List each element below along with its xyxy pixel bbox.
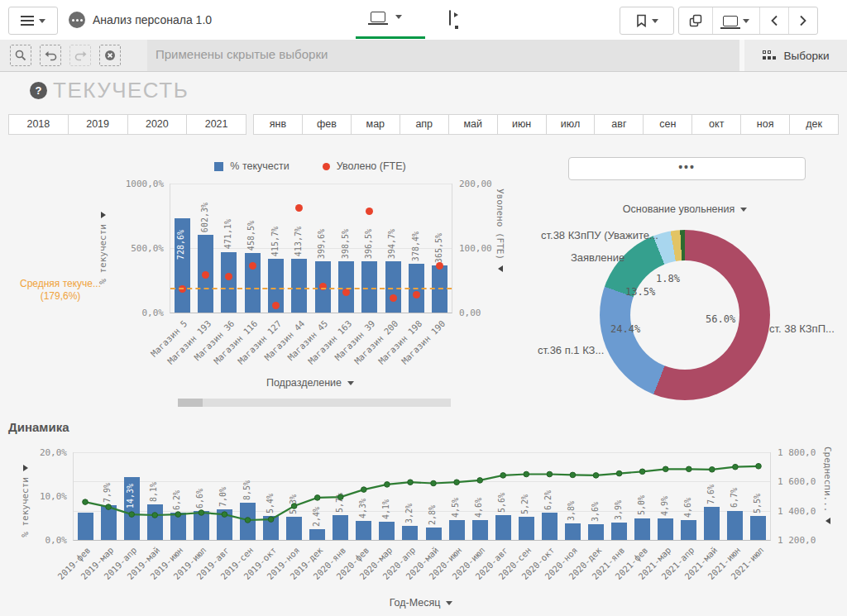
- bar-value-label: 602,3%: [200, 203, 209, 232]
- bar-value-label: 399,6%: [317, 229, 326, 259]
- line-point[interactable]: [710, 467, 715, 473]
- line-point[interactable]: [431, 480, 437, 486]
- month-filter-фев[interactable]: фев: [303, 115, 352, 134]
- y-axis-tick: 10,0%: [40, 491, 67, 502]
- line-point[interactable]: [756, 464, 762, 470]
- dimension-dropdown-god-mesyac[interactable]: Год-Месяц: [73, 597, 769, 609]
- legend-label: Уволено (FTE): [337, 160, 406, 172]
- line-point[interactable]: [639, 469, 645, 475]
- line-point[interactable]: [175, 512, 181, 518]
- bookmark-icon: [636, 14, 647, 27]
- bar-value-label: 396,5%: [364, 229, 373, 259]
- bar-Магазин 163[interactable]: [338, 261, 354, 313]
- duplicate-sheet-button[interactable]: [679, 7, 713, 34]
- line-point[interactable]: [616, 470, 622, 476]
- line-point[interactable]: [570, 472, 576, 478]
- headcount-line-series[interactable]: [74, 452, 770, 540]
- scrollbar-thumb[interactable]: [178, 399, 203, 407]
- collapse-axis-icon: [498, 265, 503, 272]
- line-point[interactable]: [477, 478, 483, 484]
- line-point[interactable]: [500, 473, 506, 479]
- month-filter-дек[interactable]: дек: [790, 115, 838, 134]
- donut-hole: [630, 260, 739, 370]
- month-filter-май[interactable]: май: [449, 115, 498, 134]
- month-filter-июн[interactable]: июн: [498, 115, 547, 134]
- current-sheet-button[interactable]: [713, 7, 760, 34]
- month-filter-окт[interactable]: окт: [692, 115, 741, 134]
- bookmark-button[interactable]: [620, 7, 674, 35]
- line-point[interactable]: [129, 512, 135, 518]
- line-point[interactable]: [245, 518, 251, 523]
- reference-line: [170, 288, 452, 289]
- month-filter-апр[interactable]: апр: [400, 115, 449, 134]
- line-point[interactable]: [593, 473, 599, 479]
- line-point[interactable]: [152, 513, 158, 518]
- search-icon: [15, 50, 26, 61]
- selection-message: Применены скрытые выборки: [156, 47, 328, 61]
- legend-item-fired[interactable]: Уволено (FTE): [323, 160, 406, 172]
- line-point[interactable]: [408, 480, 414, 485]
- undo-icon: [45, 50, 57, 61]
- help-button[interactable]: ?: [30, 82, 47, 99]
- previous-sheet-button[interactable]: [760, 7, 789, 34]
- line-point[interactable]: [361, 487, 367, 493]
- year-filter-2018[interactable]: 2018: [9, 115, 69, 134]
- chevron-left-icon: [770, 15, 778, 26]
- right-axis-title-group[interactable]: Среднеспи...: [822, 446, 833, 524]
- dimension-dropdown-podrazdelenie[interactable]: Подразделение: [170, 377, 451, 389]
- line-point[interactable]: [385, 482, 390, 488]
- selections-tool-button[interactable]: Выборки: [739, 40, 847, 71]
- global-menu-button[interactable]: [8, 7, 58, 35]
- bar-Магазин 44[interactable]: [291, 259, 307, 313]
- left-axis-title-group[interactable]: % текучести: [98, 212, 108, 284]
- more-options-button[interactable]: •••: [568, 157, 806, 180]
- legend-item-turnover[interactable]: % текучести: [214, 160, 289, 172]
- right-axis-title-group[interactable]: Уволено (FTE): [495, 189, 505, 272]
- month-filter-ноя[interactable]: ноя: [741, 115, 790, 134]
- scatter-point-Магазин 116[interactable]: [249, 262, 256, 270]
- chart-scrollbar[interactable]: [178, 399, 451, 407]
- left-axis-title: % текучести: [20, 477, 31, 537]
- month-filter-авг[interactable]: авг: [595, 115, 644, 134]
- scatter-point-Магазин 44[interactable]: [295, 204, 303, 212]
- line-point[interactable]: [524, 471, 529, 477]
- sheet-selector[interactable]: [371, 12, 402, 22]
- month-filter-мар[interactable]: мар: [352, 115, 400, 134]
- year-filter-2019[interactable]: 2019: [69, 115, 128, 134]
- month-filter-янв[interactable]: янв: [254, 115, 303, 134]
- line-point[interactable]: [687, 466, 692, 472]
- line-point[interactable]: [338, 494, 344, 500]
- line-point[interactable]: [454, 480, 460, 485]
- line-point[interactable]: [733, 464, 739, 470]
- left-axis-title-group[interactable]: % текучести: [20, 465, 31, 537]
- scatter-point-Магазин 190[interactable]: [436, 262, 443, 270]
- line-point[interactable]: [547, 471, 553, 477]
- scatter-point-Магазин 200[interactable]: [390, 294, 397, 302]
- dismissal-donut-chart[interactable]: [600, 230, 770, 400]
- month-filter-сен[interactable]: сен: [644, 115, 692, 134]
- year-filter-2020[interactable]: 2020: [128, 115, 188, 134]
- line-point[interactable]: [663, 466, 668, 472]
- scatter-point-Магазин 127[interactable]: [272, 302, 280, 309]
- line-point[interactable]: [199, 510, 204, 516]
- line-point[interactable]: [222, 512, 227, 518]
- line-point[interactable]: [106, 504, 112, 510]
- month-filter-июл[interactable]: июл: [547, 115, 596, 134]
- scatter-point-Магазин 39[interactable]: [366, 208, 373, 215]
- line-point[interactable]: [83, 499, 89, 505]
- bar-Магазин 36[interactable]: [221, 252, 237, 313]
- clear-selections-button[interactable]: [99, 45, 121, 66]
- next-sheet-button[interactable]: [789, 7, 817, 34]
- line-point[interactable]: [268, 517, 274, 523]
- smart-search-button[interactable]: [10, 45, 31, 66]
- bar-series-swatch: [214, 162, 223, 171]
- y-axis-tick: 1000,0%: [126, 179, 164, 189]
- sheet-icon: [371, 12, 385, 22]
- dimension-dropdown-osnovanie[interactable]: Основание увольнения: [561, 203, 809, 215]
- redo-selection-button[interactable]: [69, 45, 91, 66]
- undo-selection-button[interactable]: [40, 45, 61, 66]
- line-point[interactable]: [291, 504, 297, 509]
- year-filter-2021[interactable]: 2021: [187, 115, 246, 134]
- line-point[interactable]: [314, 495, 320, 501]
- storytelling-button[interactable]: [449, 11, 469, 29]
